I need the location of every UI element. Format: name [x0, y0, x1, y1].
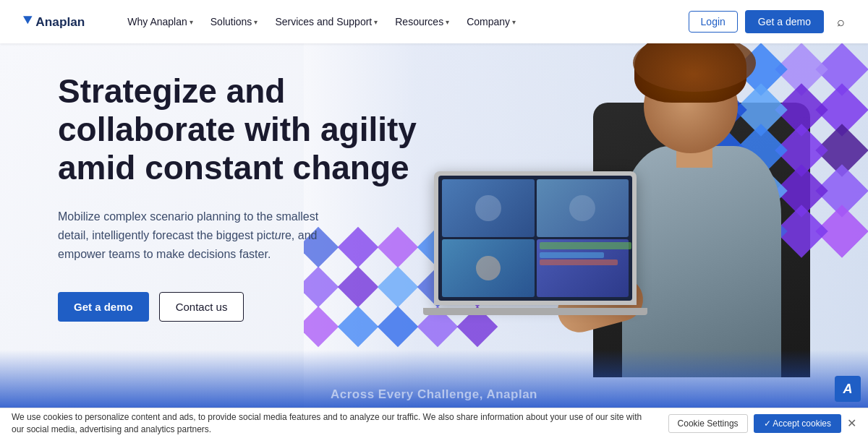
laptop-base	[423, 308, 647, 315]
video-person-3	[476, 256, 501, 280]
video-tile-4	[537, 239, 629, 297]
video-tile-3	[442, 239, 535, 297]
anaplan-badge: A	[835, 376, 861, 402]
hero-section: Strategize and collaborate with agility …	[0, 43, 868, 408]
anaplan-badge-letter: A	[843, 382, 853, 397]
cookie-bar: We use cookies to personalize content an…	[0, 408, 868, 438]
person-shirt	[622, 146, 781, 377]
hero-subtitle: Mobilize complex scenario planning to th…	[58, 207, 333, 265]
close-cookie-button[interactable]: ✕	[847, 416, 856, 430]
cookie-text: We use cookies to personalize content an…	[12, 411, 657, 436]
login-button[interactable]: Login	[689, 11, 738, 33]
video-person-1	[475, 195, 501, 221]
chevron-down-icon: ▾	[254, 18, 258, 26]
get-demo-hero-button[interactable]: Get a demo	[58, 292, 149, 322]
hero-teaser-text: Across Every Challenge, Anaplan	[331, 385, 537, 402]
nav-services[interactable]: Services and Support ▾	[268, 12, 385, 32]
nav-links: Why Anaplan ▾ Solutions ▾ Services and S…	[120, 12, 688, 32]
nav-solutions[interactable]: Solutions ▾	[203, 12, 265, 32]
chart-bar-3	[540, 259, 618, 265]
hero-content: Strategize and collaborate with agility …	[58, 72, 434, 322]
video-tile-2	[537, 179, 629, 237]
chevron-down-icon: ▾	[512, 18, 516, 26]
chevron-down-icon: ▾	[190, 18, 193, 26]
chevron-down-icon: ▾	[374, 18, 378, 26]
nav-resources[interactable]: Resources ▾	[388, 12, 456, 32]
get-demo-nav-button[interactable]: Get a demo	[745, 10, 824, 33]
logo[interactable]: Anaplan	[23, 14, 91, 30]
chart-bar-2	[540, 252, 604, 258]
hero-title: Strategize and collaborate with agility …	[58, 72, 434, 187]
navigation: Anaplan Why Anaplan ▾ Solutions ▾ Servic…	[0, 0, 868, 43]
search-icon[interactable]: ⌕	[837, 14, 845, 30]
contact-us-button[interactable]: Contact us	[159, 292, 244, 322]
nav-actions: Login Get a demo ⌕	[689, 10, 845, 33]
chevron-down-icon: ▾	[446, 18, 449, 26]
nav-why-anaplan[interactable]: Why Anaplan ▾	[120, 12, 200, 32]
laptop-screen	[438, 176, 632, 301]
video-person-2	[569, 195, 595, 221]
cookie-settings-button[interactable]: Cookie Settings	[668, 414, 748, 433]
laptop-body	[434, 171, 637, 305]
chart-bar	[540, 242, 632, 249]
hero-cta-buttons: Get a demo Contact us	[58, 292, 434, 322]
video-tile-1	[442, 179, 535, 237]
accept-cookies-button[interactable]: ✓ Accept cookies	[754, 414, 841, 433]
svg-text:Anaplan: Anaplan	[35, 14, 85, 29]
svg-marker-1	[23, 16, 33, 24]
nav-company[interactable]: Company ▾	[459, 12, 523, 32]
